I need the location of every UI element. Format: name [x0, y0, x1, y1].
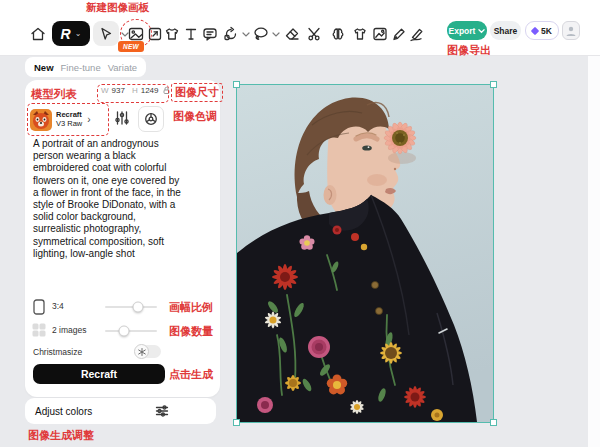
image-count-icon — [32, 323, 46, 341]
home-icon[interactable] — [29, 25, 47, 43]
ratio-icon — [33, 299, 45, 319]
export-chevron-icon — [478, 28, 485, 34]
credits-button[interactable]: 5K — [525, 21, 559, 40]
ratio-slider[interactable] — [105, 306, 157, 308]
ratio-label: 3:4 — [52, 301, 64, 311]
pattern-tool-icon[interactable] — [329, 25, 347, 43]
christmasize-row: Christmasize — [25, 344, 220, 362]
count-slider[interactable] — [105, 330, 157, 332]
count-slider-knob[interactable] — [118, 326, 129, 337]
share-button[interactable]: Share — [490, 21, 521, 40]
adjust-colors-card[interactable]: Adjust colors — [25, 398, 216, 424]
christmasize-label: Christmasize — [33, 347, 82, 357]
annotation-size-box — [97, 84, 169, 103]
tab-fine-tune[interactable]: Fine-tune — [61, 62, 101, 73]
selection-handle-bottom-left[interactable] — [233, 419, 240, 426]
christmasize-toggle-knob[interactable] — [134, 344, 149, 359]
tab-new[interactable]: New — [34, 62, 54, 73]
annotation-new-artboard: 新建图像画板 — [86, 1, 149, 15]
annotation-generation-adjust: 图像生成调整 — [28, 428, 94, 443]
scissors-tool-icon[interactable] — [306, 25, 324, 43]
color-wheel-button[interactable] — [138, 106, 164, 132]
panel-tabbar: New Fine-tune Variate — [25, 57, 146, 77]
selection-handle-top-right[interactable] — [490, 81, 497, 88]
annotation-model-list: 模型列表 — [31, 87, 77, 102]
selection-handle-top-left[interactable] — [233, 81, 240, 88]
eraser-tool-icon[interactable] — [283, 25, 301, 43]
select-tool-icon[interactable] — [97, 25, 115, 43]
annotation-image-count: 图像数量 — [169, 324, 213, 339]
snowflake-icon — [138, 348, 146, 356]
variate-tool-icon[interactable] — [222, 25, 240, 43]
image-artboard[interactable] — [237, 85, 493, 422]
mockup-tool-icon[interactable] — [163, 25, 181, 43]
lasso-tool-icon[interactable] — [252, 25, 270, 43]
comment-tool-icon[interactable] — [201, 25, 219, 43]
pen-tool-icon[interactable] — [390, 25, 408, 43]
share-label: Share — [494, 26, 518, 36]
annotation-image-size: 图像尺寸 — [171, 83, 223, 102]
variate-chevron-icon[interactable] — [242, 31, 250, 38]
prompt-textarea[interactable]: A portrait of an androgynous person wear… — [33, 138, 183, 260]
export-button[interactable]: Export — [447, 21, 487, 40]
count-label: 2 images — [52, 325, 87, 335]
adjust-sliders-icon — [155, 404, 169, 418]
pencil-tool-icon[interactable] — [408, 25, 426, 43]
selection-handle-bottom-right[interactable] — [490, 419, 497, 426]
generated-portrait-image — [237, 85, 493, 422]
new-badge: NEW — [118, 41, 144, 52]
generate-button[interactable]: Recraft — [33, 364, 165, 384]
annotation-aspect-ratio: 画幅比例 — [169, 300, 213, 315]
credits-label: 5K — [541, 26, 552, 36]
lasso-chevron-icon[interactable] — [272, 31, 280, 38]
export-label: Export — [449, 26, 476, 36]
christmasize-toggle[interactable] — [135, 345, 161, 358]
recraft-logo-letter: R — [61, 27, 71, 41]
annotation-image-tone: 图像色调 — [173, 109, 217, 124]
chevron-down-icon: ⌄ — [75, 29, 82, 38]
annotation-click-generate: 点击生成 — [169, 367, 213, 382]
avatar-button[interactable] — [562, 21, 580, 40]
apparel-tool-icon[interactable] — [351, 25, 369, 43]
text-tool-icon[interactable] — [182, 25, 200, 43]
upscale-tool-icon[interactable] — [371, 25, 389, 43]
annotation-image-export: 图像导出 — [447, 43, 491, 58]
user-icon — [565, 25, 577, 37]
adjust-colors-label: Adjust colors — [35, 406, 92, 417]
annotation-model-box — [27, 103, 109, 136]
credits-diamond-icon — [531, 26, 539, 34]
tone-sliders-icon[interactable] — [114, 110, 130, 126]
recraft-logo[interactable]: R ⌄ — [52, 21, 90, 46]
tab-variate[interactable]: Variate — [108, 62, 137, 73]
color-wheel-icon — [144, 112, 158, 126]
ratio-slider-knob[interactable] — [132, 302, 143, 313]
right-scroll-strip — [588, 55, 600, 447]
